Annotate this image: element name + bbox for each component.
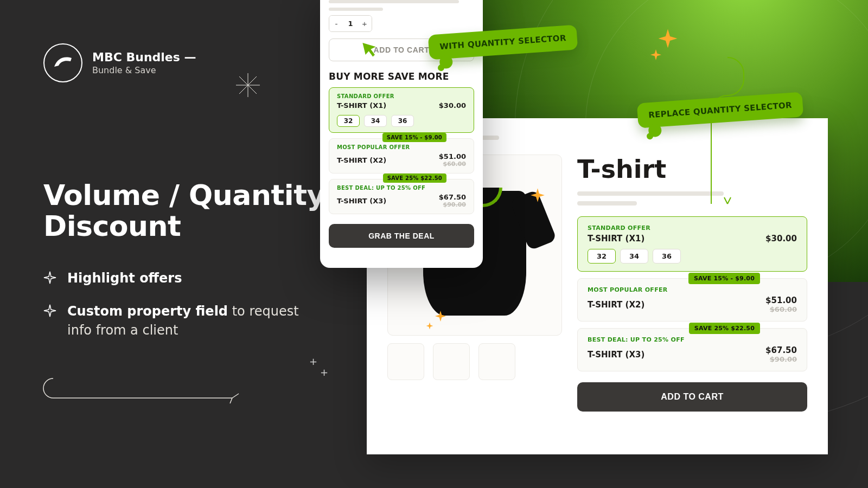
offer-price: $30.00 [765,234,797,243]
spark-orange-icon [435,310,446,322]
qty-value: 1 [343,20,358,28]
offer-tier-1[interactable]: STANDARD OFFER T-SHIRT (X1) $30.00 32 34… [329,87,474,133]
size-option[interactable]: 34 [364,115,387,127]
offer-tier-1[interactable]: STANDARD OFFER T-SHIRT (X1) $30.00 32 34… [577,216,807,272]
brand-text: MBC Bundles — Bundle & Save [92,50,196,75]
brand-logo-icon [53,56,73,70]
headline-l1: Volume / Quantity [43,179,325,211]
bullet-2: Custom property field to request info fr… [43,302,326,340]
offer-tier-2[interactable]: SAVE 15% - $9.00 MOST POPULAR OFFER T-SH… [329,138,474,174]
plus-decor-icon: + [309,356,317,367]
product-thumb[interactable] [387,343,424,380]
brand-subtitle: Bundle & Save [92,65,196,75]
offer-price: $51.00 [765,296,797,305]
save-badge: SAVE 25% $22.50 [689,323,760,334]
offer-name: T-SHIRT (X3) [588,350,644,359]
offer-strike: $90.00 [439,201,466,208]
add-to-cart-button[interactable]: ADD TO CART [577,382,807,412]
product-thumbs [387,343,561,380]
offer-eyebrow: BEST DEAL: UP TO 25% OFF [588,336,797,343]
bullets: Highlight offers Custom property field t… [43,269,326,339]
product-thumb[interactable] [478,343,515,380]
bullet-1-bold: Highlight offers [67,271,182,286]
size-option[interactable]: 34 [620,249,648,264]
mobile-section-head: BUY MORE SAVE MORE [329,71,474,82]
quantity-stepper[interactable]: - 1 + [329,15,372,32]
product-thumb[interactable] [433,343,470,380]
save-badge: SAVE 25% $22.50 [383,174,446,183]
size-option[interactable]: 36 [391,115,414,127]
spark-orange-icon [650,49,662,61]
bullet-2-bold: Custom property field [67,304,228,319]
offer-name: T-SHIRT (X2) [337,156,386,164]
save-badge: SAVE 15% - $9.00 [382,133,446,142]
offer-eyebrow: STANDARD OFFER [588,224,797,232]
spark-orange-icon [530,188,545,203]
offer-name: T-SHIRT (X3) [337,197,386,205]
offer-eyebrow: MOST POPULAR OFFER [588,286,797,293]
size-picker: 32 34 36 [588,249,797,264]
sparkle-icon [43,304,56,317]
spark-orange-icon [658,28,678,49]
offer-price: $51.00 [439,152,466,160]
product-detail: T-shirt STANDARD OFFER T-SHIRT (X1) $30.… [577,155,807,412]
offer-eyebrow: BEST DEAL: UP TO 25% OFF [337,185,466,191]
product-meta-skeleton [577,191,807,206]
offer-name: T-SHIRT (X2) [588,300,644,310]
long-arrow-icon [42,373,248,404]
guide-arrow-icon [709,54,746,217]
offer-strike: $60.00 [439,160,466,168]
sparkle-icon [43,271,56,284]
offer-name: T-SHIRT (X1) [337,101,386,110]
offer-price: $67.50 [439,193,466,201]
headline-l2: Discount [43,210,181,242]
offer-eyebrow: MOST POPULAR OFFER [337,144,466,150]
starburst-icon [236,73,260,97]
plus-decor-icon: + [320,367,328,378]
offer-tier-3[interactable]: SAVE 25% $22.50 BEST DEAL: UP TO 25% OFF… [329,179,474,214]
offer-name: T-SHIRT (X1) [588,234,644,243]
spark-orange-icon [426,322,433,330]
size-picker: 32 34 36 [337,115,466,127]
offer-price: $30.00 [439,101,466,110]
brand-title: MBC Bundles — [92,50,196,65]
offer-price: $67.50 [765,345,797,355]
offer-strike: $90.00 [765,355,797,363]
headline: Volume / Quantity Discount [43,180,326,242]
offer-eyebrow: STANDARD OFFER [337,93,466,99]
pointer-hand-icon [359,38,380,60]
product-title: T-shirt [577,155,807,184]
offer-tier-2[interactable]: SAVE 15% - $9.00 MOST POPULAR OFFER T-SH… [577,278,807,322]
size-option[interactable]: 32 [337,115,360,127]
volume-offers: STANDARD OFFER T-SHIRT (X1) $30.00 32 34… [577,216,807,412]
promo-column: MBC Bundles — Bundle & Save Volume / Qua… [43,43,326,354]
qty-increment-button[interactable]: + [358,16,372,31]
offer-strike: $60.00 [765,305,797,313]
size-option[interactable]: 36 [653,249,681,264]
save-badge: SAVE 15% - $9.00 [688,273,760,284]
qty-decrement-button[interactable]: - [329,16,343,31]
brand-logo-circle [43,43,82,82]
marketing-slide: MBC Bundles — Bundle & Save Volume / Qua… [0,0,868,488]
bullet-1: Highlight offers [43,269,326,288]
size-option[interactable]: 32 [588,249,616,264]
grab-deal-button[interactable]: GRAB THE DEAL [329,224,474,248]
offer-tier-3[interactable]: SAVE 25% $22.50 BEST DEAL: UP TO 25% OFF… [577,328,807,371]
mobile-skeleton [329,0,474,11]
brand: MBC Bundles — Bundle & Save [43,43,326,82]
